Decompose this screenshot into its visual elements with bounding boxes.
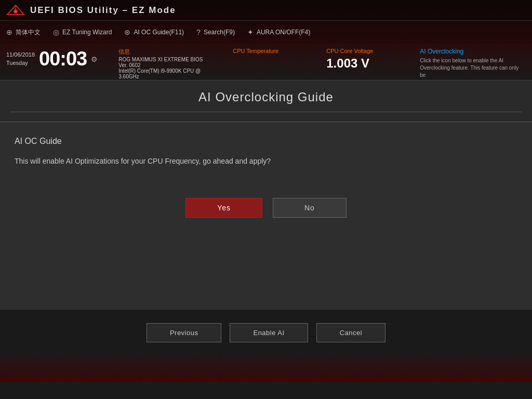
header-info-bar: 11/06/2018 Tuesday 00:03 ⚙ 信息 ROG MAXIMU…	[0, 44, 532, 81]
rog-logo-icon	[6, 4, 25, 17]
tuning-icon: ◎	[53, 28, 59, 36]
nav-language[interactable]: ⊕ 简体中文	[6, 28, 41, 37]
cpu-model: Intel(R) Core(TM) i9-9900K CPU @ 3.60GHz	[118, 68, 212, 79]
language-icon: ⊕	[6, 28, 12, 36]
nav-tuning-wizard[interactable]: ◎ EZ Tuning Wizard	[53, 28, 112, 36]
dialog-title: AI OC Guide	[15, 137, 517, 146]
page-title-area: AI Overclocking Guide	[0, 81, 532, 122]
nav-search-label: Search(F9)	[204, 29, 235, 36]
ai-oc-section: AI Overclocking Click the icon below to …	[420, 48, 526, 79]
page-title: AI Overclocking Guide	[10, 90, 522, 104]
footer-area: Previous Enable AI Cancel	[0, 309, 532, 382]
system-info-section: 信息 ROG MAXIMUS XI EXTREME BIOS Ver. 0602…	[118, 48, 212, 79]
cpu-temp-section: CPU Temperature	[233, 48, 305, 56]
no-button[interactable]: No	[273, 198, 347, 218]
dialog-buttons: Yes No	[15, 198, 517, 218]
search-icon: ?	[196, 28, 201, 36]
ai-oc-header-label: AI Overclocking	[420, 48, 526, 55]
settings-icon[interactable]: ⚙	[91, 55, 98, 63]
cpu-voltage-section: CPU Core Voltage 1.003 V	[326, 48, 399, 71]
yes-button[interactable]: Yes	[185, 198, 262, 218]
aura-icon: ✦	[247, 28, 254, 36]
nav-ai-oc-guide[interactable]: ⊛ AI OC Guide(F11)	[124, 28, 184, 36]
clock-section: 11/06/2018 Tuesday 00:03 ⚙	[6, 48, 98, 70]
header-nav: ⊕ 简体中文 ◎ EZ Tuning Wizard ⊛ AI OC Guide(…	[0, 21, 532, 44]
cancel-button[interactable]: Cancel	[316, 323, 385, 342]
footer-buttons: Previous Enable AI Cancel	[0, 310, 532, 342]
date-display: 11/06/2018	[6, 51, 35, 59]
cpu-voltage-label: CPU Core Voltage	[326, 48, 399, 54]
cpu-temp-label: CPU Temperature	[233, 48, 305, 54]
enable-ai-button[interactable]: Enable AI	[230, 323, 308, 342]
svg-point-3	[15, 10, 17, 12]
day-display: Tuesday	[6, 59, 35, 67]
dialog-body: This will enable AI Optimizations for yo…	[15, 155, 517, 167]
nav-search[interactable]: ? Search(F9)	[196, 28, 235, 36]
header-top-bar: UEFI BIOS Utility – EZ Mode	[0, 0, 532, 21]
nav-aura[interactable]: ✦ AURA ON/OFF(F4)	[247, 28, 310, 36]
header: UEFI BIOS Utility – EZ Mode ⊕ 简体中文 ◎ EZ …	[0, 0, 532, 81]
nav-aura-label: AURA ON/OFF(F4)	[257, 29, 310, 36]
clock-value: 00:03	[39, 48, 87, 70]
cpu-voltage-value: 1.003 V	[326, 56, 399, 71]
previous-button[interactable]: Previous	[147, 323, 222, 342]
ai-oc-header-desc: Click the icon below to enable the AI Ov…	[420, 57, 526, 79]
dialog-area: AI OC Guide This will enable AI Optimiza…	[0, 122, 532, 309]
page-divider	[10, 112, 522, 112]
nav-tuning-label: EZ Tuning Wizard	[62, 29, 112, 36]
ai-oc-icon: ⊛	[124, 28, 130, 36]
footer-decoration	[0, 351, 532, 382]
nav-language-label: 简体中文	[16, 28, 41, 37]
system-model: ROG MAXIMUS XI EXTREME BIOS Ver. 0602	[118, 57, 212, 68]
nav-ai-oc-label: AI OC Guide(F11)	[134, 29, 184, 36]
info-label: 信息	[118, 48, 212, 56]
bios-title: UEFI BIOS Utility – EZ Mode	[30, 5, 526, 16]
